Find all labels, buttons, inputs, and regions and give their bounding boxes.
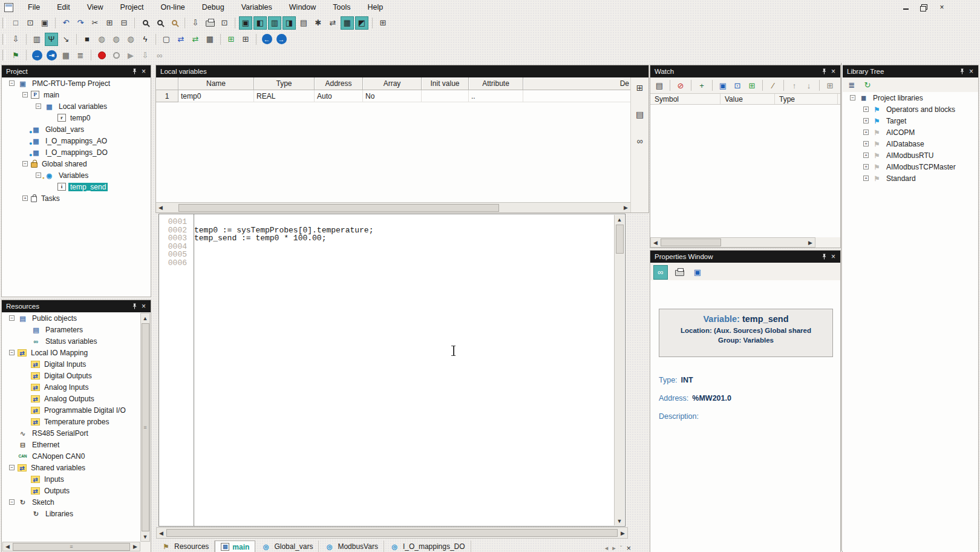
code-line[interactable]: 0001 bbox=[159, 218, 614, 226]
tree-status-variables[interactable]: ∞Status variables bbox=[2, 335, 141, 347]
menu-window[interactable]: Window bbox=[281, 1, 324, 13]
tab-list-icon[interactable]: ˇ bbox=[620, 545, 622, 552]
loop-button[interactable]: ∞ bbox=[153, 48, 166, 62]
quick-compile-button[interactable]: ϟ bbox=[139, 33, 152, 46]
column-header-Type[interactable]: Type bbox=[254, 77, 315, 90]
row-number-cell[interactable]: 1 bbox=[156, 90, 178, 102]
library-manager-button[interactable]: ≣ bbox=[845, 78, 858, 91]
expand-icon[interactable]: + bbox=[863, 107, 869, 112]
grid-view-button[interactable]: ⊞ bbox=[633, 81, 647, 94]
menu-debug[interactable]: Debug bbox=[194, 1, 233, 13]
tree-temperature-probes[interactable]: ⇄Temperature probes bbox=[2, 416, 141, 427]
pin-icon[interactable] bbox=[130, 302, 139, 311]
remote-control-button[interactable]: ↘ bbox=[59, 33, 73, 46]
column-header-De[interactable]: De bbox=[523, 77, 630, 90]
tree-inputs[interactable]: ⇄Inputs bbox=[2, 473, 141, 485]
scroll-up-icon[interactable]: ▲ bbox=[141, 314, 149, 323]
move-down-button[interactable]: ↓ bbox=[802, 79, 815, 92]
menu-file[interactable]: File bbox=[19, 1, 48, 13]
tree-temp-send[interactable]: itemp_send bbox=[2, 181, 151, 192]
collapse-icon[interactable]: − bbox=[9, 465, 15, 470]
scrollbar-thumb[interactable]: ≡ bbox=[142, 323, 149, 531]
collapse-icon[interactable]: − bbox=[9, 80, 15, 86]
tree-standard[interactable]: +⚑Standard bbox=[843, 172, 978, 184]
code-line[interactable]: 0002temp0 := sysTempProbes[0].temperatur… bbox=[159, 226, 614, 235]
tab-resources[interactable]: ⚑Resources bbox=[155, 540, 215, 552]
toggle-project-window-button[interactable]: ▣ bbox=[239, 16, 252, 30]
scrollbar-thumb[interactable] bbox=[616, 225, 624, 254]
scrollbar-thumb[interactable]: ≡ bbox=[13, 543, 130, 551]
tree-tasks[interactable]: +Tasks bbox=[2, 192, 151, 204]
find-in-project-button[interactable] bbox=[168, 16, 181, 30]
download-code-button[interactable]: ⇩ bbox=[9, 33, 22, 46]
paste-button[interactable]: ⊟ bbox=[117, 16, 131, 30]
tree-variables[interactable]: −◉▪Variables bbox=[2, 169, 151, 181]
tree-libraries[interactable]: ↻Libraries bbox=[2, 508, 141, 519]
tab-main[interactable]: ▤main bbox=[215, 540, 255, 552]
tree-global-shared[interactable]: −Global shared bbox=[2, 158, 151, 169]
toggle-library-window-button[interactable]: ◨ bbox=[283, 16, 296, 30]
cell-type[interactable]: REAL bbox=[254, 90, 315, 102]
tree-aicopm[interactable]: +⚑AICOPM bbox=[843, 126, 978, 138]
close-icon[interactable]: × bbox=[967, 67, 976, 76]
code-line[interactable]: 0003temp_send := temp0 * 100.00; bbox=[159, 234, 614, 243]
copy-watch-button[interactable]: ⊞ bbox=[823, 79, 837, 92]
resources-horizontal-scrollbar[interactable]: ◀ ≡ ▶ bbox=[2, 542, 140, 551]
text-view-button[interactable]: ▤ bbox=[633, 108, 647, 121]
cut-button[interactable]: ✂ bbox=[88, 16, 102, 30]
tree-parameters[interactable]: ▤Parameters bbox=[2, 324, 141, 335]
menu-variables[interactable]: Variables bbox=[233, 1, 281, 13]
modbus-export-button[interactable]: ⇄ bbox=[189, 33, 202, 46]
variables-table-button[interactable]: ▦ bbox=[203, 33, 217, 46]
code-line[interactable]: 0004 bbox=[159, 243, 614, 251]
cell-address[interactable]: Auto bbox=[315, 90, 363, 102]
new-button[interactable]: □ bbox=[9, 16, 22, 30]
cell-init-value[interactable] bbox=[422, 90, 469, 102]
tab-modbusvars[interactable]: ◎ModbusVars bbox=[319, 540, 384, 552]
watch-column-value[interactable]: Value bbox=[720, 94, 775, 104]
tree-project-root[interactable]: −▣PMC-RTU-Temp Project bbox=[2, 77, 151, 89]
tree-target[interactable]: +⚑Target bbox=[843, 115, 978, 126]
toggle-find-window-button[interactable]: ◩ bbox=[355, 16, 368, 30]
pin-icon[interactable] bbox=[130, 67, 139, 76]
code-line[interactable]: 0006 bbox=[159, 259, 614, 268]
compile-button[interactable]: ◍ bbox=[95, 33, 108, 46]
navigate-back-button[interactable]: ← bbox=[260, 33, 273, 46]
collapse-icon[interactable]: − bbox=[36, 104, 41, 109]
toolbar-grip[interactable] bbox=[2, 50, 5, 61]
tree-shared-variables[interactable]: −⇄Shared variables bbox=[2, 462, 141, 473]
stop-button[interactable] bbox=[109, 48, 123, 62]
remove-all-button[interactable]: ⊘ bbox=[674, 79, 687, 92]
tree-aimodbusrtu[interactable]: +⚑AIModbusRTU bbox=[843, 150, 978, 161]
toggle-properties-window-button[interactable]: ▦ bbox=[341, 16, 354, 30]
print-button[interactable] bbox=[203, 16, 217, 30]
scrollbar-thumb[interactable] bbox=[178, 204, 499, 212]
restore-button[interactable] bbox=[919, 3, 929, 12]
rebuild-button[interactable]: ◍ bbox=[124, 33, 137, 46]
navigate-forward-button[interactable]: → bbox=[275, 33, 288, 46]
menu-help[interactable]: Help bbox=[359, 1, 391, 13]
save-properties-button[interactable]: ▣ bbox=[691, 266, 704, 279]
pin-icon[interactable] bbox=[820, 252, 829, 261]
column-header-Attribute[interactable]: Attribute bbox=[469, 77, 523, 90]
copy-button[interactable]: ⊞ bbox=[103, 16, 116, 30]
menu-edit[interactable]: Edit bbox=[48, 1, 79, 13]
properties-mode-button[interactable]: ∞ bbox=[653, 265, 668, 280]
print-properties-button[interactable] bbox=[673, 266, 686, 279]
toggle-operators-window-button[interactable]: ▤ bbox=[297, 16, 310, 30]
expand-icon[interactable]: + bbox=[863, 118, 869, 123]
table-row[interactable]: 1temp0REALAutoNo.. bbox=[156, 90, 630, 102]
scroll-down-icon[interactable]: ▼ bbox=[615, 516, 624, 525]
open-button[interactable]: ⊡ bbox=[24, 16, 37, 30]
play-button[interactable]: ▶ bbox=[124, 48, 137, 62]
new-watchlist-button[interactable]: ⊞ bbox=[745, 79, 759, 92]
scroll-left-icon[interactable]: ◀ bbox=[156, 203, 165, 212]
tree-aimodbustcpmaster[interactable]: +⚑AIModbusTCPMaster bbox=[843, 161, 978, 172]
add-symbol-button[interactable]: + bbox=[695, 79, 708, 92]
scroll-left-icon[interactable]: ◀ bbox=[3, 542, 12, 551]
collapse-icon[interactable]: − bbox=[22, 161, 28, 166]
watch-list[interactable] bbox=[650, 105, 840, 237]
toggle-io-window-button[interactable]: ⇄ bbox=[326, 16, 339, 30]
scrollbar-thumb[interactable] bbox=[661, 238, 721, 246]
menu-on-line[interactable]: On-line bbox=[152, 1, 193, 13]
